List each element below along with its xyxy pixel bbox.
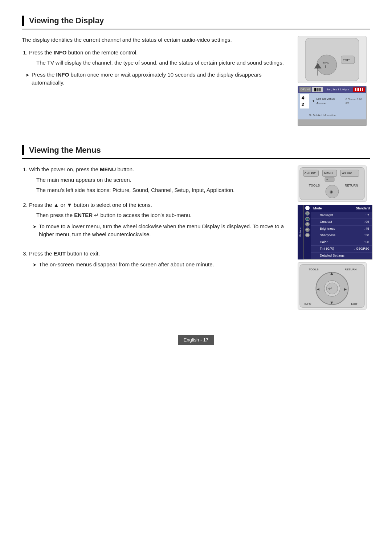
section-viewing-display: Viewing the Display The display identifi…: [22, 15, 370, 126]
menu-row-detailed: Detailed Settings: [311, 253, 372, 259]
step2-sub: Then press the ENTER ↵ button to access …: [29, 211, 287, 220]
info-bold: INFO: [54, 49, 67, 56]
page-number: English - 17: [178, 335, 215, 345]
tv-program-row: 4-2 ▼ Life On Venus Avenue 0:00 am - 0:0…: [298, 93, 366, 110]
section2-text-col: With the power on, press the MENU button…: [22, 165, 287, 273]
svg-text:◉: ◉: [330, 189, 333, 194]
menu-row-color: Color: 50: [311, 239, 372, 246]
section1-intro: The display identifies the current chann…: [22, 36, 287, 44]
remote-bottom-svg: TOOLS RETURN ↵ ▲ ▼ ◄ ► INFO EXIT: [298, 262, 366, 310]
section2-step3-list: Press the EXIT button to exit. The on-sc…: [22, 250, 287, 269]
svg-text:RETURN: RETURN: [345, 268, 357, 271]
icon-picture: 🖼: [305, 206, 310, 210]
section1-title-text: Viewing the Display: [29, 15, 104, 26]
menu-header: Mode Standard: [311, 205, 372, 212]
menu-row-backlight: Backlight: 7: [311, 212, 372, 219]
svg-text:INFO: INFO: [305, 302, 311, 306]
icon-setup: ⚙: [305, 222, 310, 226]
svg-text:EXIT: EXIT: [351, 302, 358, 306]
section1-step1-sub: The TV will display the channel, the typ…: [29, 59, 287, 67]
menu-rows: Mode Standard Backlight: 7 Contrast: 95: [311, 205, 372, 259]
section2-images: CH LIST MENU ≡ W.LINK TOOLS RETURN ◉: [298, 165, 370, 310]
icon-app: ▤: [305, 233, 310, 237]
picture-sidebar: Picture: [298, 205, 303, 259]
svg-text:↵: ↵: [328, 286, 332, 291]
picture-menu-with-icons: 🖼 🔊 📺 ⚙ ↵ ▤ Mode St: [304, 205, 372, 259]
icon-channel: 📺: [305, 217, 310, 221]
tv-channel-bar: DTV #1 ▐▌▌▌ Sun, Sep 3 1:46 pm ▐▐ ▌▌▌: [298, 86, 366, 93]
tv-no-info: No Detailed Information: [298, 110, 366, 119]
remote-menu-svg: CH LIST MENU ≡ W.LINK TOOLS RETURN ◉: [298, 165, 366, 202]
svg-text:MENU: MENU: [324, 172, 333, 175]
section2-step2: Press the ▲ or ▼ button to select one of…: [29, 201, 287, 239]
svg-text:►: ►: [343, 287, 348, 292]
section2-title: Viewing the Menus: [22, 144, 370, 159]
svg-text:i: i: [325, 65, 326, 69]
svg-text:TOOLS: TOOLS: [309, 268, 319, 271]
section2-step3: Press the EXIT button to exit. The on-sc…: [29, 250, 287, 269]
remote-top-svg: INFO i EXIT: [298, 36, 366, 83]
section1-steps: Press the INFO button on the remote cont…: [22, 49, 287, 67]
section1-step1: Press the INFO button on the remote cont…: [29, 49, 287, 67]
section1-text-col: The display identifies the current chann…: [22, 36, 287, 90]
svg-text:INFO: INFO: [322, 61, 329, 64]
svg-text:EXIT: EXIT: [343, 58, 350, 62]
section1-arrow-note: Press the INFO button once more or wait …: [22, 71, 287, 87]
picture-menu-container: Picture 🖼 🔊 📺 ⚙ ↵ ▤: [298, 205, 367, 259]
svg-text:▼: ▼: [330, 300, 334, 305]
section2-step2-list: Press the ▲ or ▼ button to select one of…: [22, 201, 287, 239]
remote-menu-image: CH LIST MENU ≡ W.LINK TOOLS RETURN ◉: [298, 165, 367, 202]
step1-sub1: The main menu appears on the screen.: [29, 176, 287, 184]
section1-content: The display identifies the current chann…: [22, 36, 370, 126]
svg-point-1: [317, 55, 337, 75]
menu-row-sharpness: Sharpness: 50: [311, 232, 372, 239]
remote-bottom-image: TOOLS RETURN ↵ ▲ ▼ ◄ ► INFO EXIT: [298, 262, 367, 310]
tv-gray-area: [298, 119, 366, 126]
section1-images: INFO i EXIT DTV #1 ▐▌▌▌ Sun,: [298, 36, 370, 126]
section2-steps: With the power on, press the MENU button…: [22, 165, 287, 195]
menu-row-tint: Tint (G/R): G50/R50: [311, 246, 372, 253]
section1-title: Viewing the Display: [22, 15, 370, 29]
footer: English - 17: [22, 331, 370, 345]
icon-input: ↵: [305, 228, 310, 232]
tv-display-image: DTV #1 ▐▌▌▌ Sun, Sep 3 1:46 pm ▐▐ ▌▌▌ 4-…: [298, 86, 367, 126]
section2-step1: With the power on, press the MENU button…: [29, 165, 287, 195]
svg-text:▲: ▲: [330, 271, 334, 276]
menu-icons-col: 🖼 🔊 📺 ⚙ ↵ ▤: [304, 205, 311, 259]
picture-menu-content: 🖼 🔊 📺 ⚙ ↵ ▤ Mode St: [303, 205, 372, 259]
svg-text:W.LINK: W.LINK: [342, 172, 352, 175]
svg-text:TOOLS: TOOLS: [309, 184, 320, 187]
menu-row-brightness: Brightness: 45: [311, 226, 372, 233]
icon-sound: 🔊: [305, 211, 310, 216]
step3-note: The on-screen menus disappear from the s…: [29, 261, 287, 269]
step1-sub2: The menu's left side has icons: Picture,…: [29, 186, 287, 195]
picture-menu: 🖼 🔊 📺 ⚙ ↵ ▤ Mode St: [303, 205, 372, 259]
svg-text:RETURN: RETURN: [345, 184, 358, 187]
section2-content: With the power on, press the MENU button…: [22, 165, 370, 310]
remote-top-image: INFO i EXIT: [298, 36, 367, 83]
step2-note: To move to a lower menu, turn the wheel …: [29, 222, 287, 239]
svg-text:CH LIST: CH LIST: [305, 172, 316, 175]
section-viewing-menus: Viewing the Menus With the power on, pre…: [22, 144, 370, 310]
svg-text:◄: ◄: [316, 287, 320, 292]
svg-text:≡: ≡: [326, 178, 328, 181]
section2-title-text: Viewing the Menus: [29, 144, 101, 156]
menu-row-contrast: Contrast: 95: [311, 219, 372, 226]
